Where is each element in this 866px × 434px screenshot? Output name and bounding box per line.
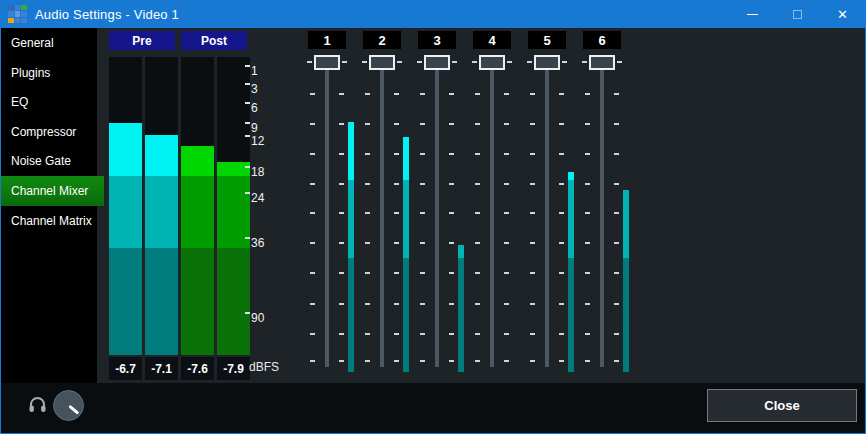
slider-handle-tick bbox=[472, 61, 477, 63]
scale-tick-label: 9 bbox=[251, 121, 258, 135]
slider-handle-tick bbox=[582, 61, 587, 63]
slider-scale-tick bbox=[475, 183, 480, 185]
maximize-icon bbox=[793, 10, 802, 19]
channel-slider-handle-2[interactable] bbox=[369, 55, 395, 70]
slider-scale-tick bbox=[365, 183, 370, 185]
slider-scale-tick bbox=[339, 183, 344, 185]
sidebar-item-plugins[interactable]: Plugins bbox=[1, 58, 97, 88]
channel-slider-handle-4[interactable] bbox=[479, 55, 505, 70]
titlebar[interactable]: Audio Settings - Video 1 ✕ bbox=[1, 0, 865, 28]
channel-level-meter-6 bbox=[623, 57, 629, 372]
channel-slider-handle-5[interactable] bbox=[534, 55, 560, 70]
channel-level-meter-4 bbox=[513, 57, 519, 372]
level-meter-pre bbox=[109, 57, 142, 355]
slider-scale-tick bbox=[559, 303, 564, 305]
meter-value: -6.7 bbox=[109, 357, 142, 380]
scale-tick-mark bbox=[245, 122, 250, 124]
slider-scale-tick bbox=[559, 183, 564, 185]
slider-scale-tick bbox=[449, 183, 454, 185]
close-button[interactable]: Close bbox=[707, 389, 857, 422]
scale-tick-mark bbox=[245, 192, 250, 194]
level-meter-post bbox=[181, 57, 214, 355]
scale-tick-label: 12 bbox=[251, 134, 264, 148]
slider-handle-tick bbox=[342, 61, 347, 63]
sidebar-item-noise-gate[interactable]: Noise Gate bbox=[1, 146, 97, 176]
slider-scale-tick bbox=[614, 212, 619, 214]
scale-tick-label: 90 bbox=[251, 311, 264, 325]
slider-scale-tick bbox=[585, 303, 590, 305]
slider-scale-tick bbox=[530, 153, 535, 155]
channel-meter-empty bbox=[348, 57, 354, 122]
slider-scale-tick bbox=[530, 360, 535, 362]
scale-tick-label: 3 bbox=[251, 82, 258, 96]
scale-tick-mark bbox=[245, 83, 250, 85]
slider-scale-tick bbox=[365, 153, 370, 155]
channel-slider-track-4[interactable] bbox=[490, 62, 494, 367]
sidebar-item-compressor[interactable]: Compressor bbox=[1, 117, 97, 147]
slider-scale-tick bbox=[530, 272, 535, 274]
sidebar-item-channel-matrix[interactable]: Channel Matrix bbox=[1, 206, 97, 236]
sidebar-item-general[interactable]: General bbox=[1, 28, 97, 58]
slider-scale-tick bbox=[504, 242, 509, 244]
maximize-button[interactable] bbox=[775, 0, 820, 28]
slider-scale-tick bbox=[585, 272, 590, 274]
slider-scale-tick bbox=[310, 242, 315, 244]
sidebar-item-channel-mixer[interactable]: Channel Mixer bbox=[1, 176, 104, 206]
slider-scale-tick bbox=[559, 153, 564, 155]
app-logo-square bbox=[21, 18, 27, 24]
channel-slider-handle-3[interactable] bbox=[424, 55, 450, 70]
channel-slider-track-6[interactable] bbox=[600, 62, 604, 367]
slider-handle-tick bbox=[307, 61, 312, 63]
scale-tick-label: 24 bbox=[251, 191, 264, 205]
slider-scale-tick bbox=[504, 333, 509, 335]
slider-scale-tick bbox=[585, 360, 590, 362]
channel-slider-track-3[interactable] bbox=[435, 62, 439, 367]
slider-scale-tick bbox=[449, 333, 454, 335]
slider-scale-tick bbox=[339, 242, 344, 244]
slider-scale-tick bbox=[394, 123, 399, 125]
slider-scale-tick bbox=[504, 212, 509, 214]
slider-scale-tick bbox=[310, 333, 315, 335]
slider-scale-tick bbox=[420, 303, 425, 305]
slider-scale-tick bbox=[559, 360, 564, 362]
slider-handle-tick bbox=[562, 61, 567, 63]
slider-scale-tick bbox=[339, 123, 344, 125]
slider-scale-tick bbox=[449, 272, 454, 274]
slider-scale-tick bbox=[504, 93, 509, 95]
slider-scale-tick bbox=[449, 360, 454, 362]
slider-scale-tick bbox=[394, 272, 399, 274]
slider-scale-tick bbox=[339, 212, 344, 214]
slider-scale-tick bbox=[365, 93, 370, 95]
slider-scale-tick bbox=[559, 93, 564, 95]
headphones-icon[interactable] bbox=[28, 396, 47, 417]
slider-scale-tick bbox=[420, 360, 425, 362]
close-window-button[interactable]: ✕ bbox=[820, 0, 865, 28]
channel-header-2: 2 bbox=[363, 31, 401, 49]
channel-slider-handle-1[interactable] bbox=[314, 55, 340, 70]
slider-scale-tick bbox=[420, 183, 425, 185]
slider-scale-tick bbox=[614, 303, 619, 305]
slider-scale-tick bbox=[614, 153, 619, 155]
sidebar-item-eq[interactable]: EQ bbox=[1, 87, 97, 117]
app-logo-square bbox=[21, 11, 27, 17]
app-logo-square bbox=[8, 11, 14, 17]
window-title: Audio Settings - Video 1 bbox=[35, 7, 179, 22]
channel-slider-track-5[interactable] bbox=[545, 62, 549, 367]
channel-meter-empty bbox=[568, 57, 574, 172]
monitor-volume-knob[interactable] bbox=[53, 390, 84, 421]
slider-scale-tick bbox=[310, 212, 315, 214]
channel-slider-track-1[interactable] bbox=[325, 62, 329, 367]
slider-scale-tick bbox=[310, 123, 315, 125]
slider-scale-tick bbox=[310, 360, 315, 362]
channel-slider-handle-6[interactable] bbox=[589, 55, 615, 70]
minimize-button[interactable] bbox=[730, 0, 775, 28]
window-controls: ✕ bbox=[730, 0, 865, 28]
app-logo-square bbox=[15, 18, 21, 24]
slider-scale-tick bbox=[585, 212, 590, 214]
slider-scale-tick bbox=[365, 123, 370, 125]
app-logo-square bbox=[8, 5, 14, 11]
channel-slider-track-2[interactable] bbox=[380, 62, 384, 367]
slider-scale-tick bbox=[420, 333, 425, 335]
slider-scale-tick bbox=[475, 272, 480, 274]
slider-scale-tick bbox=[504, 153, 509, 155]
